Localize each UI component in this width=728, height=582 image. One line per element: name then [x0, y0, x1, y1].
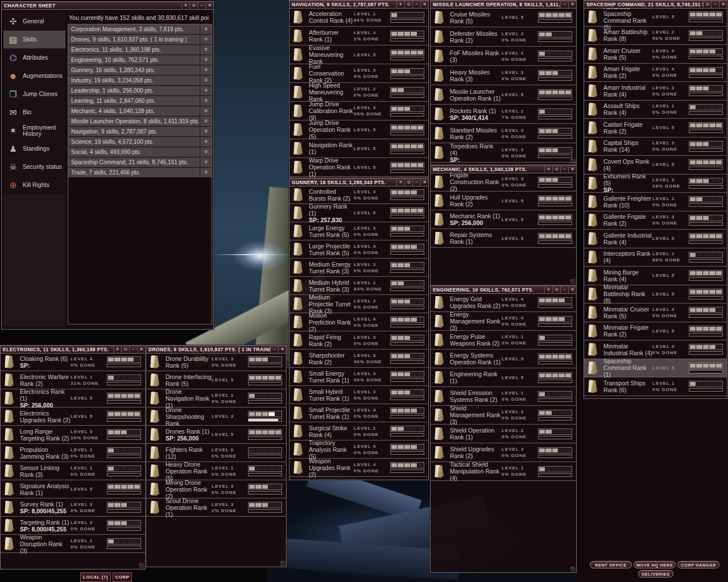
skill-row[interactable]: Survey Rank (1)SP: 8,000/45,255LEVEL 30%…: [1, 498, 145, 517]
expand-chevron-icon[interactable]: »: [200, 147, 212, 157]
min-icon[interactable]: −: [412, 179, 420, 186]
skill-row[interactable]: Trajectory Analysis Rank (5)LEVEL 40% DO…: [289, 440, 428, 459]
pin-icon[interactable]: ⊙: [703, 1, 711, 8]
skill-row[interactable]: Heavy Missiles Rank (3)LEVEL 30% DONE: [431, 66, 576, 85]
skill-row[interactable]: Energy Systems Operation Rank (1)LEVEL 5: [431, 350, 576, 368]
expand-chevron-icon[interactable]: »: [200, 106, 212, 116]
min-icon[interactable]: −: [560, 1, 568, 8]
skill-row[interactable]: Shield Operation Rank (1)LEVEL 29% DONE: [431, 425, 576, 443]
resize-grip[interactable]: [570, 567, 576, 572]
skill-row[interactable]: Electronics Upgrades Rank (2)LEVEL 5: [1, 408, 145, 426]
expand-chevron-icon[interactable]: »: [200, 96, 212, 106]
skill-category-row[interactable]: Trade, 7 skills, 221,456 pts.»: [68, 168, 212, 177]
chat-tab-local[interactable]: LOCAL [7]: [80, 572, 111, 582]
resize-grip[interactable]: [570, 279, 576, 284]
skill-row[interactable]: Evasive Maneuvering RankLEVEL 5: [289, 45, 428, 64]
expand-chevron-icon[interactable]: »: [200, 55, 212, 65]
skill-row[interactable]: Shield Emission Systems Rank (2)LEVEL 10…: [431, 387, 576, 406]
corp-hangar-button[interactable]: CORP HANGAR: [677, 561, 719, 568]
skill-row[interactable]: Signature Analysis Rank (1)LEVEL 5: [1, 480, 145, 498]
sidebar-item-jump-clones[interactable]: ❒Jump Clones: [3, 85, 65, 103]
skill-row[interactable]: Large Projectile Turret Rank (5)LEVEL 40…: [289, 240, 428, 259]
skill-category-row[interactable]: Navigation, 9 skills, 2,787,087 pts.»: [68, 127, 212, 136]
skill-row[interactable]: Drone Sharpshooting RankLEVEL 3: [146, 408, 286, 426]
compact-icon[interactable]: ✳: [544, 286, 552, 293]
window-titlebar[interactable]: DRONES, 9 SKILLS, 1,610,937 PTS. ( 1 IN …: [146, 346, 286, 354]
rent-office-button[interactable]: RENT OFFICE: [590, 561, 632, 568]
skill-row[interactable]: Tactical Shield Manipulation Rank (4)LEV…: [431, 462, 576, 481]
skill-category-row[interactable]: Drones, 9 skills, 1,610,937 pts. ( 1 in …: [68, 35, 212, 44]
compact-icon[interactable]: ✳: [113, 346, 121, 353]
skill-row[interactable]: Energy Grid Upgrades Rank (2)LEVEL 40% D…: [431, 293, 576, 312]
expand-chevron-icon[interactable]: »: [200, 24, 212, 34]
expand-chevron-icon[interactable]: »: [200, 65, 212, 75]
window-titlebar[interactable]: GUNNERY, 16 SKILLS, 1,280,343 PTS. ✳⊙−✕: [289, 178, 428, 186]
close-icon[interactable]: ✕: [568, 286, 576, 293]
skill-category-row[interactable]: Learning, 11 skills, 2,847,060 pts.»: [68, 96, 212, 106]
skill-row[interactable]: Controlled Bursts Rank (2)LEVEL 40% DONE: [289, 186, 428, 204]
skill-row[interactable]: Gallente Frigate Rank (2)LEVEL 30% DONE: [584, 211, 727, 230]
skill-row[interactable]: Warp Drive Operation Rank (1)LEVEL 5: [289, 158, 428, 177]
skill-row[interactable]: Transport Ships Rank (6)LEVEL 10% DONE: [584, 377, 727, 396]
chat-tab-corp[interactable]: CORP: [113, 572, 132, 582]
skill-category-row[interactable]: Leadership, 1 skills, 256,000 pts.»: [68, 86, 212, 95]
skill-row[interactable]: Exhumers Rank (5)SP:LEVEL 329% DONE: [584, 174, 727, 193]
skill-category-row[interactable]: Engineering, 10 skills, 762,571 pts.»: [68, 55, 212, 65]
skill-category-row[interactable]: Science, 19 skills, 4,572,100 pts.»: [68, 137, 212, 147]
skill-row[interactable]: Spaceship Command Rank (1)LEVEL 5: [584, 359, 727, 378]
skill-row[interactable]: FoF Missiles Rank (3)LEVEL 10% DONE: [431, 47, 576, 66]
expand-chevron-icon[interactable]: »: [200, 168, 212, 177]
skill-category-row[interactable]: Mechanic, 4 skills, 1,040,128 pts.»: [68, 106, 212, 116]
sidebar-item-attributes[interactable]: ⌬Attributes: [3, 49, 65, 66]
skill-category-row[interactable]: Industry, 19 skills, 3,234,058 pts.»: [68, 76, 212, 85]
expand-chevron-icon[interactable]: »: [200, 127, 212, 136]
min-icon[interactable]: −: [129, 346, 137, 353]
skill-row[interactable]: Drone Navigation Rank (1)LEVEL 10% DONE: [146, 389, 286, 408]
sidebar-item-employment-history[interactable]: ✶Employment History: [3, 122, 65, 139]
skill-row[interactable]: Capital Ships Rank (14)LEVEL 30% DONE: [584, 138, 727, 156]
sidebar-item-skills[interactable]: ▤Skills: [3, 31, 65, 48]
skill-row[interactable]: Drones Rank (1)SP: 256,000LEVEL 5: [146, 426, 286, 444]
skill-row[interactable]: Minmatar Frigate Rank (2)LEVEL 5: [584, 322, 727, 341]
deliveries-button[interactable]: DELIVERIES: [638, 570, 673, 577]
skill-row[interactable]: Jump Drive Operation Rank (5)LEVEL 5: [289, 120, 428, 139]
skill-row[interactable]: Cruise Missiles Rank (5)LEVEL 5: [431, 8, 576, 27]
pin-icon[interactable]: ⊙: [121, 346, 129, 353]
skill-category-row[interactable]: Gunnery, 16 skills, 1,280,343 pts.»: [68, 65, 212, 75]
expand-chevron-icon[interactable]: »: [200, 76, 212, 85]
skill-row[interactable]: Large Energy Turret Rank (5)LEVEL 30% DO…: [289, 222, 428, 240]
skill-category-row[interactable]: Corporation Management, 3 skills, 7,619 …: [68, 24, 212, 34]
skill-row[interactable]: Mining Drone Operation Rank (2)LEVEL 30%…: [146, 480, 286, 498]
sidebar-item-kill-rights[interactable]: ⊕Kill Rights: [3, 176, 65, 194]
skill-row[interactable]: Surgical Strike Rank (4)LEVEL 20% DONE: [289, 422, 428, 440]
skill-row[interactable]: Mining Barge Rank (4)LEVEL 5: [584, 267, 727, 285]
pin-icon[interactable]: ⊙: [189, 2, 197, 9]
close-icon[interactable]: ✕: [420, 179, 428, 186]
close-icon[interactable]: ✕: [719, 1, 727, 8]
skill-row[interactable]: Amarr Frigate Rank (2)LEVEL 40% DONE: [584, 64, 727, 82]
skill-row[interactable]: Hull Upgrades Rank (2)LEVEL 5: [431, 192, 576, 210]
window-titlebar[interactable]: ENGINEERING, 10 SKILLS, 762,571 PTS. ✳⊙−…: [431, 286, 576, 294]
skill-row[interactable]: Navigation Rank (1)LEVEL 5: [289, 139, 428, 158]
resize-grip[interactable]: [570, 159, 576, 164]
pin-icon[interactable]: ⊙: [404, 1, 412, 8]
skill-row[interactable]: Electronics Rank (1)SP: 256,000LEVEL 5: [1, 389, 145, 408]
min-icon[interactable]: −: [560, 166, 568, 173]
skill-row[interactable]: Energy Pulse Weapons Rank (2)LEVEL 10% D…: [431, 331, 576, 350]
close-icon[interactable]: ✕: [205, 2, 213, 9]
skill-row[interactable]: Small Projectile Turret Rank (1)LEVEL 40…: [289, 404, 428, 422]
skill-row[interactable]: Rockets Rank (1)SP: 340/1,414LEVEL 17% D…: [431, 105, 576, 124]
skill-row[interactable]: Electronic Warfare Rank (2)LEVEL 131% DO…: [1, 371, 145, 389]
min-icon[interactable]: −: [412, 1, 420, 8]
skill-row[interactable]: Advanced Spaceship Command Rank (5)LEVEL…: [584, 8, 727, 27]
compact-icon[interactable]: ✳: [396, 1, 404, 8]
skill-row[interactable]: Small Hybrid Turret Rank (1)LEVEL 30% DO…: [289, 386, 428, 404]
skill-row[interactable]: Mechanic Rank (1)SP: 256,000LEVEL 5: [431, 210, 576, 229]
window-titlebar[interactable]: MECHANIC, 4 SKILLS, 1,040,128 PTS. ✳⊙−✕: [431, 165, 576, 173]
skill-row[interactable]: Drone Interfacing Rank (5)LEVEL 5: [146, 371, 286, 389]
min-icon[interactable]: −: [711, 1, 719, 8]
skill-row[interactable]: Propulsion Jamming Rank (3)LEVEL 10% DON…: [1, 444, 145, 462]
close-icon[interactable]: ✕: [278, 346, 286, 353]
skill-row[interactable]: Amarr Battleship Rank (8)LEVEL 296% DONE: [584, 27, 727, 45]
skill-row[interactable]: Gunnery Rank (1)SP: 257,830LEVEL 5: [289, 204, 428, 222]
